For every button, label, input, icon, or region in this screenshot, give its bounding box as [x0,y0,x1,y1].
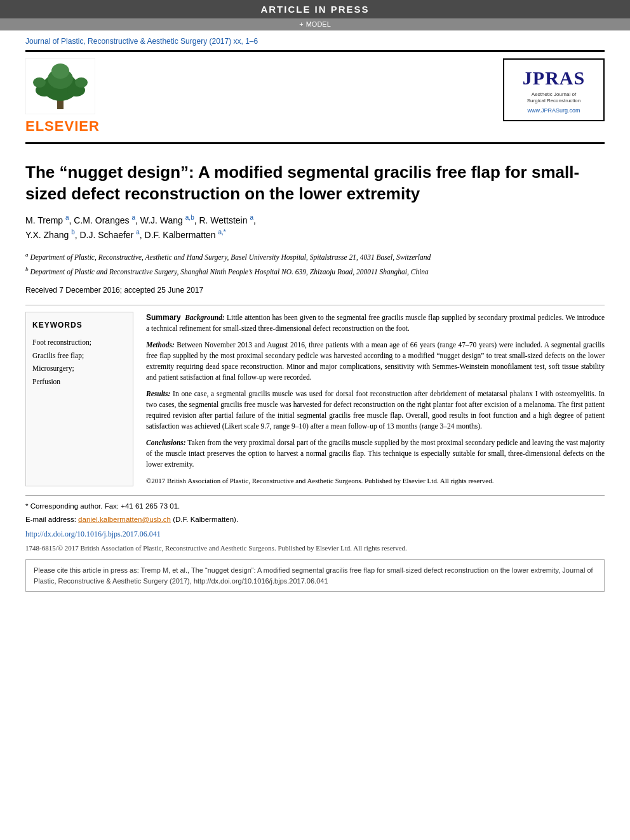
authors-line: M. Tremp a, C.M. Oranges a, W.J. Wang a,… [25,213,605,242]
summary-results: Results: In one case, a segmental gracil… [146,389,605,432]
elsevier-wordmark: ELSEVIER [25,117,100,137]
footer-area: * Corresponding author. Fax: +41 61 265 … [25,495,605,526]
summary-copyright: ©2017 British Association of Plastic, Re… [146,476,605,486]
email-footnote: E-mail address: daniel.kalbermatten@usb.… [25,514,605,525]
keyword-3: Microsurgery; [32,362,126,375]
section-divider-1 [25,305,605,305]
jpras-subtitle: Aesthetic Journal of Surgical Reconstruc… [512,91,596,105]
jpras-title: JPRAS [512,65,596,91]
elsevier-tree-icon [25,58,95,114]
article-title: The “nugget design”: A modified segmenta… [25,162,605,205]
svg-point-8 [75,77,88,88]
summary-methods: Methods: Between November 2013 and Augus… [146,340,605,383]
svg-point-7 [33,77,46,88]
keyword-2: Gracilis free flap; [32,349,126,363]
email-link[interactable]: daniel.kalbermatten@usb.ch [78,516,171,523]
issn-line: 1748-6815/© 2017 British Association of … [25,543,605,553]
received-date: Received 7 December 2016; accepted 25 Ju… [25,285,605,296]
elsevier-logo: ELSEVIER [25,58,100,137]
keyword-4: Perfusion [32,375,126,389]
jpras-logo: JPRAS Aesthetic Journal of Surgical Reco… [503,58,605,121]
model-label: MODEL [0,18,630,30]
keywords-column: KEYWORDS Foot reconstruction; Gracilis f… [25,312,133,486]
summary-conclusions: Conclusions: Taken from the very proxima… [146,437,605,470]
keywords-heading: KEYWORDS [32,320,126,331]
jpras-url: www.JPRASurg.com [512,107,596,115]
affiliations: a Department of Plastic, Reconstructive,… [25,251,605,277]
journal-reference: Journal of Plastic, Reconstructive & Aes… [25,37,258,46]
corresponding-note: * Corresponding author. Fax: +41 61 265 … [25,501,605,512]
logos-row: ELSEVIER JPRAS Aesthetic Journal of Surg… [0,52,630,143]
citation-box: Please cite this article in press as: Tr… [25,559,605,592]
summary-column: Summary Background: Little attention has… [146,312,605,486]
svg-point-4 [51,63,69,79]
keywords-list: Foot reconstruction; Gracilis free flap;… [32,336,126,389]
doi-link[interactable]: http://dx.doi.org/10.1016/j.bjps.2017.06… [25,529,605,540]
keywords-summary-row: KEYWORDS Foot reconstruction; Gracilis f… [25,312,605,486]
summary-background: Summary Background: Little attention has… [146,312,605,335]
article-in-press-banner: ARTICLE IN PRESS [0,0,630,18]
main-content: The “nugget design”: A modified segmenta… [0,144,630,598]
keyword-1: Foot reconstruction; [32,336,126,349]
